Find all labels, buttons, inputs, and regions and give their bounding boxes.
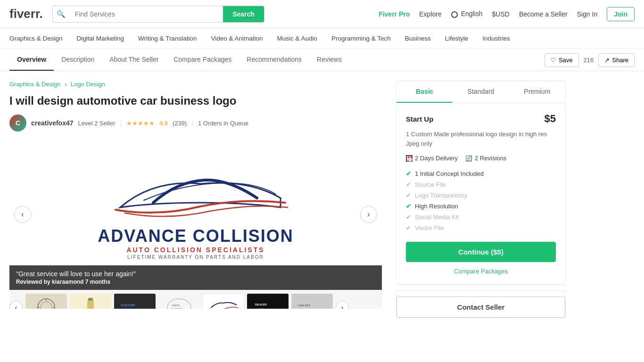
compare-packages-link[interactable]: Compare Packages: [406, 268, 556, 275]
thumb-4-image: PARTS EXPERTS: [163, 297, 196, 309]
check-icon-2: ✔: [406, 192, 411, 199]
svg-point-1: [41, 302, 52, 309]
become-seller-link[interactable]: Become a Seller: [519, 10, 568, 18]
package-title-row: Start Up $5: [406, 113, 556, 125]
package-panel: Basic Standard Premium Start Up $5 1 Cus…: [396, 81, 566, 285]
continue-button[interactable]: Continue ($5): [406, 242, 556, 262]
tab-reviews[interactable]: Reviews: [309, 49, 349, 71]
rating-number: 4.9: [159, 120, 168, 127]
cat-video[interactable]: Video & Animation: [211, 35, 263, 42]
feature-item-3: ✔ High Resolution: [406, 201, 556, 212]
thumb-6-image: DEALER LEAD: [251, 297, 284, 309]
search-button[interactable]: Search: [223, 6, 264, 22]
check-icon-4: ✔: [406, 214, 411, 221]
thumb-4[interactable]: PARTS EXPERTS: [158, 294, 200, 309]
brand-sub-text: AUTO COLLISION SPECIALISTS: [98, 246, 293, 254]
feature-item-2: ✔ Logo Transparency: [406, 190, 556, 201]
seller-level: Level 2 Seller: [78, 120, 116, 127]
queue-info: 1 Orders in Queue: [198, 120, 248, 127]
save-button[interactable]: ♡ Save: [545, 53, 579, 67]
tab-recommendations[interactable]: Recommendations: [239, 49, 309, 71]
package-meta: ⏰ 2 Days Delivery 🔄 2 Revisions: [406, 155, 556, 162]
seller-name[interactable]: creativefox47: [31, 119, 74, 127]
feature-item-1: ✔ Source File: [406, 179, 556, 190]
search-input[interactable]: [69, 7, 223, 22]
category-nav: Graphics & Design Digital Marketing Writ…: [0, 28, 644, 49]
carousel-prev-button[interactable]: ‹: [14, 206, 31, 223]
thumb-prev-button[interactable]: ‹: [9, 301, 23, 309]
search-icon: 🔍: [53, 10, 69, 18]
carousel-next-button[interactable]: ›: [360, 206, 377, 223]
thumb-next-button[interactable]: ›: [336, 301, 349, 309]
cat-music[interactable]: Music & Audio: [277, 35, 318, 42]
package-body: Start Up $5 1 Custom Made professional l…: [396, 103, 565, 284]
currency-selector[interactable]: $USD: [492, 10, 510, 18]
contact-seller-button[interactable]: Contact Seller: [396, 296, 565, 318]
share-icon: ↗: [604, 57, 610, 64]
svg-text:CAR DET: CAR DET: [298, 304, 311, 307]
car-illustration: [97, 170, 295, 226]
svg-rect-6: [87, 299, 94, 309]
pkg-tab-standard[interactable]: Standard: [453, 81, 509, 103]
cat-writing[interactable]: Writing & Translation: [138, 35, 197, 42]
cat-lifestyle[interactable]: Lifestyle: [445, 35, 469, 42]
breadcrumb: Graphics & Design › Logo Design: [9, 81, 382, 88]
language-selector[interactable]: English: [451, 10, 483, 17]
thumb-6[interactable]: DEALER LEAD: [247, 294, 289, 309]
pkg-tab-premium[interactable]: Premium: [509, 81, 565, 103]
tab-description[interactable]: Description: [54, 49, 102, 71]
explore-link[interactable]: Explore: [419, 10, 441, 18]
tab-about-seller[interactable]: About The Seller: [102, 49, 166, 71]
fiverr-pro-link[interactable]: Fiverr Pro: [379, 10, 410, 18]
features-list: ✔ 1 Initial Concept Included ✔ Source Fi…: [406, 168, 556, 233]
globe-icon: [451, 11, 458, 18]
cat-digital[interactable]: Digital Marketing: [77, 35, 124, 42]
content-left: Graphics & Design › Logo Design I will d…: [9, 81, 396, 318]
sign-in-link[interactable]: Sign In: [577, 10, 598, 18]
svg-text:EXPERTS: EXPERTS: [171, 308, 182, 309]
thumb-3[interactable]: CUSTOM LOGO: [114, 294, 156, 309]
feature-item-4: ✔ Social Media Kit: [406, 212, 556, 222]
gig-title: I will design automotive car business lo…: [9, 93, 382, 108]
breadcrumb-separator: ›: [65, 81, 66, 88]
join-button[interactable]: Join: [607, 7, 635, 21]
save-count: 216: [584, 57, 594, 64]
cat-graphics[interactable]: Graphics & Design: [9, 35, 63, 42]
feature-item-0: ✔ 1 Initial Concept Included: [406, 168, 556, 179]
svg-text:PARTS: PARTS: [172, 304, 180, 307]
cat-industries[interactable]: Industries: [482, 35, 510, 42]
package-tabs: Basic Standard Premium: [396, 81, 565, 103]
seller-avatar: C: [9, 115, 26, 132]
clock-icon: ⏰: [406, 155, 413, 162]
breadcrumb-category[interactable]: Graphics & Design: [9, 81, 60, 88]
brand-text: ADVANCE COLLISION AUTO COLLISION SPECIAL…: [98, 226, 293, 260]
tab-compare-packages[interactable]: Compare Packages: [166, 49, 239, 71]
pkg-tab-basic[interactable]: Basic: [396, 81, 453, 103]
star-icons: ★★★★★: [126, 120, 155, 127]
package-price: $5: [545, 113, 556, 125]
thumb-7[interactable]: CAR DET AILIN: [291, 294, 333, 309]
thumb-2[interactable]: [70, 294, 111, 309]
thumb-5-image: [208, 299, 239, 309]
site-logo[interactable]: fiverr.: [9, 7, 43, 21]
thumb-3-image: CUSTOM LOGO: [118, 297, 151, 309]
thumb-1[interactable]: [25, 294, 67, 309]
check-icon-3: ✔: [406, 203, 411, 210]
gig-tabs-bar: Overview Description About The Seller Co…: [0, 49, 644, 71]
check-icon-0: ✔: [406, 170, 411, 177]
seller-info: C creativefox47 Level 2 Seller | ★★★★★ 4…: [9, 115, 382, 132]
header-nav: Fiverr Pro Explore English $USD Become a…: [379, 7, 635, 21]
review-overlay: "Great service will love to use her agai…: [9, 265, 382, 290]
cat-programming[interactable]: Programming & Tech: [331, 35, 391, 42]
thumb-5[interactable]: ADVANCE COLLISION: [203, 294, 244, 309]
cat-business[interactable]: Business: [405, 35, 431, 42]
site-header: fiverr. 🔍 Search Fiverr Pro Explore Engl…: [0, 0, 644, 28]
search-bar: 🔍 Search: [52, 6, 264, 23]
breadcrumb-subcategory[interactable]: Logo Design: [71, 81, 105, 88]
tab-overview[interactable]: Overview: [9, 49, 54, 71]
share-button[interactable]: ↗ Share: [598, 53, 635, 67]
rating-count: (239): [173, 120, 187, 127]
thumb-2-image: [74, 297, 107, 309]
svg-rect-7: [88, 298, 93, 301]
refresh-icon: 🔄: [465, 155, 472, 162]
